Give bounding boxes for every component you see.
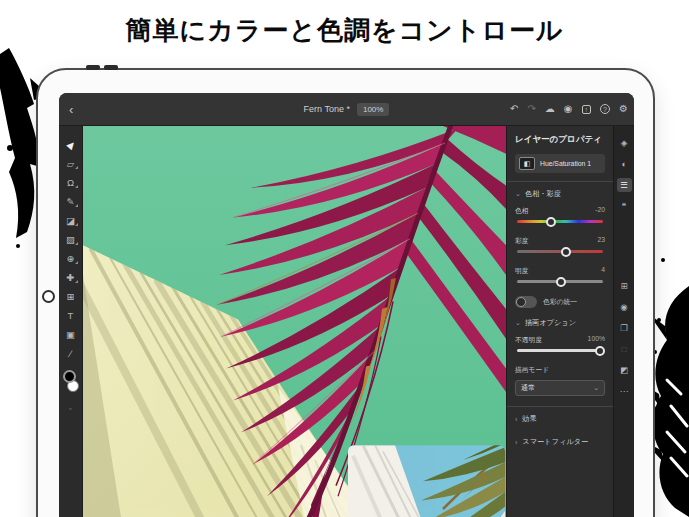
blend-mode-label: 描画モード [515,365,549,375]
hue-value: -20 [595,206,605,216]
eraser-tool-icon: ◪ [66,215,75,226]
layers-icon[interactable]: ◈ [617,136,632,150]
layer-row[interactable]: ◧ Hue/Saturation 1 [515,154,605,173]
opacity-value: 100% [588,335,605,345]
panel-title: レイヤーのプロパティ [515,134,605,146]
page-title: 簡単にカラーと色調をコントロール [0,13,689,48]
colorize-label: 色彩の統一 [543,297,577,307]
opacity-slider-knob[interactable] [595,346,605,356]
lasso-tool-icon: Ω [67,177,74,188]
section-blend-options[interactable]: ⌄ 描画オプション [515,318,605,328]
saturation-slider-knob[interactable] [561,247,571,257]
saturation-value: 23 [597,236,605,246]
chevron-down-icon: ⌄ [593,384,599,392]
clone-stamp-tool[interactable]: ⊕ [64,252,78,265]
canvas-artwork [83,126,506,517]
layer-name: Hue/Saturation 1 [540,160,591,167]
canvas[interactable] [83,126,506,517]
app-top-bar: ‹ Fern Tone * 100% ↶ ↷ ☁ ◉ ↑ ? ⚙ [59,93,634,126]
volume-button [104,65,118,70]
properties-icon[interactable]: ☰ [617,178,632,192]
crop-tool-icon: ⊞ [67,291,75,302]
divider [507,181,613,182]
section-label: スマートフィルター [522,437,588,447]
lightness-value: 4 [601,266,605,276]
document-title-group[interactable]: Fern Tone * 100% [304,103,390,116]
back-icon[interactable]: ‹ [69,102,73,117]
more-icon[interactable]: ⋯ [617,384,632,398]
volume-button [86,65,100,70]
comments-icon[interactable]: ❝ [617,199,632,213]
visibility-icon[interactable]: ◉ [617,300,632,314]
chevron-right-icon: › [515,439,517,446]
clone-stamp-tool-icon: ⊕ [67,253,75,264]
section-hue-saturation[interactable]: ⌄ 色相・彩度 [515,189,605,199]
chevron-right-icon: › [515,416,517,423]
eyedropper-tool-icon: ∕ [70,348,72,359]
chevron-down-icon: ⌄ [515,319,521,327]
section-smart-filters[interactable]: › スマートフィルター [515,437,605,447]
move-tool[interactable]: ▶ [64,138,78,151]
color-chips[interactable] [61,370,81,394]
gradient-tool[interactable]: ▨ [64,233,78,246]
section-effects[interactable]: › 効果 [515,414,605,424]
photoshop-app: ‹ Fern Tone * 100% ↶ ↷ ☁ ◉ ↑ ? ⚙ ▶ ▱ Ω ✎ [59,93,634,517]
place-photo-tool[interactable]: ▣ [64,328,78,341]
zoom-level-badge[interactable]: 100% [357,103,389,116]
settings-gear-icon[interactable]: ⚙ [619,104,628,114]
crop-tool[interactable]: ⊞ [64,290,78,303]
gradient-tool-icon: ▨ [66,234,75,245]
layer-thumbnail: ◧ [519,157,535,170]
blend-mode-dropdown[interactable]: 通常 ⌄ [515,380,605,396]
adjustments-icon[interactable]: ◐ [617,157,632,171]
fill-icon[interactable]: ◩ [617,363,632,377]
section-label: 描画オプション [525,318,576,328]
hue-label: 色相 [515,206,529,216]
ipad-device: ‹ Fern Tone * 100% ↶ ↷ ☁ ◉ ↑ ? ⚙ ▶ ▱ Ω ✎ [36,68,655,517]
brush-tool[interactable]: ✎ [64,195,78,208]
type-tool-icon: T [68,310,74,321]
lightness-slider-knob[interactable] [556,277,566,287]
foreground-color-chip[interactable] [63,370,76,383]
duplicate-icon[interactable]: ❐ [617,321,632,335]
redo-icon[interactable]: ↷ [527,104,535,114]
add-layer-icon[interactable]: ⊞ [617,279,632,293]
section-label: 効果 [522,414,536,424]
tool-bar: ▶ ▱ Ω ✎ ◪ ▨ ⊕ ✚ ⊞ T ▣ ∕ ▫ [59,126,83,517]
brush-tool-icon: ✎ [67,196,75,207]
toolbar-more-icon[interactable]: ▫ [69,405,71,412]
original-photo-inset [348,443,505,517]
section-label: 色相・彩度 [525,189,561,199]
hue-slider-knob[interactable] [546,217,556,227]
type-tool[interactable]: T [64,309,78,322]
colorize-toggle[interactable] [515,296,537,308]
lightness-slider[interactable] [517,280,603,283]
eyedropper-tool[interactable]: ∕ [64,347,78,360]
healing-brush-tool[interactable]: ✚ [64,271,78,284]
divider [507,406,613,407]
saturation-label: 彩度 [515,236,529,246]
account-icon[interactable]: ◉ [564,104,573,114]
document-title: Fern Tone * [304,104,350,114]
undo-icon[interactable]: ↶ [510,104,518,114]
transform-tool-icon: ▱ [67,158,74,169]
cloud-sync-icon[interactable]: ☁ [545,104,555,114]
chevron-down-icon: ⌄ [515,190,521,198]
healing-brush-tool-icon: ✚ [67,272,75,283]
hue-slider[interactable] [517,220,603,223]
layer-properties-panel: レイヤーのプロパティ ◧ Hue/Saturation 1 ⌄ 色相・彩度 色相… [506,126,613,517]
lock-icon[interactable]: □ [617,342,632,356]
front-camera [42,290,55,303]
panel-task-bar: ◈ ◐ ☰ ❝ ⊞ ◉ ❐ □ ◩ ⋯ [613,126,634,517]
place-photo-tool-icon: ▣ [66,329,75,340]
share-icon[interactable]: ↑ [582,105,592,114]
help-icon[interactable]: ? [600,104,610,114]
blend-mode-value: 通常 [521,383,535,393]
eraser-tool[interactable]: ◪ [64,214,78,227]
lasso-tool[interactable]: Ω [64,176,78,189]
lightness-label: 明度 [515,266,529,276]
opacity-slider[interactable] [517,349,603,352]
saturation-slider[interactable] [517,250,603,253]
move-tool-icon: ▶ [64,138,77,151]
transform-tool[interactable]: ▱ [64,157,78,170]
